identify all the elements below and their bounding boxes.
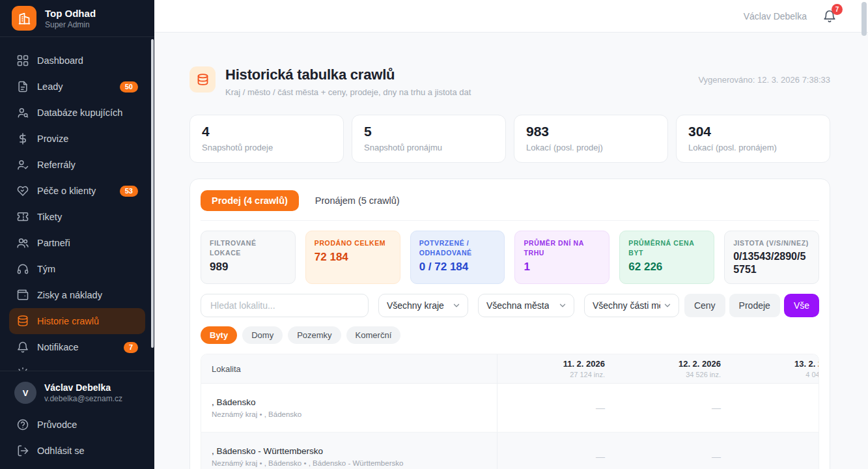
stat-box-value: 0 / 72 184 (419, 260, 496, 274)
headset-icon (16, 263, 29, 276)
column-listing-count: 27 124 inz. (570, 371, 605, 378)
sidebar-item[interactable]: Referrály (9, 152, 145, 178)
summary-card-value: 304 (688, 124, 818, 139)
category-pill[interactable]: Domy (242, 326, 283, 344)
notification-badge: 7 (832, 4, 843, 15)
notifications-button[interactable]: 7 (822, 9, 837, 23)
sidebar-footer-item[interactable]: Průvodce (9, 412, 145, 438)
column-date: 13. 2. 2026 (794, 359, 819, 369)
row-location-name: , Bádensko - Württembersko (212, 446, 486, 456)
category-pill[interactable]: Komerční (346, 326, 401, 344)
summary-card: 983 Lokací (posl. prodej) (514, 115, 668, 163)
user-name: Václav Debelka (44, 382, 122, 393)
sidebar-item-label: Databáze kupujících (37, 107, 122, 118)
column-header-lokalita[interactable]: Lokalita (201, 354, 497, 383)
generated-timestamp: Vygenerováno: 12. 3. 2026 7:38:33 (698, 75, 830, 85)
sidebar-item[interactable]: Tým (9, 256, 145, 282)
sidebar-item[interactable]: Tikety (9, 204, 145, 230)
sidebar-footer-item-label: Odhlásit se (37, 446, 85, 456)
search-input[interactable] (201, 294, 369, 317)
heart-care-icon (16, 184, 29, 197)
dollar-icon (16, 132, 29, 145)
column-header-date[interactable]: 11. 2. 2026 27 124 inz. (497, 354, 613, 383)
tab[interactable]: Prodej (4 crawlů) (201, 190, 299, 211)
category-pill[interactable]: Pozemky (288, 326, 341, 344)
filter-select[interactable]: Všechny kraje (378, 294, 468, 317)
sidebar-item-label: Tikety (37, 212, 62, 222)
row-location-path: Neznámý kraj • , Bádensko (212, 410, 486, 418)
sidebar-item-label: Notifikace (37, 342, 79, 352)
wallet-icon (16, 289, 29, 302)
sidebar-item-label: Zisky a náklady (37, 290, 102, 300)
filter-select[interactable]: Všechna města (478, 294, 574, 317)
summary-card-label: Lokací (posl. pronájem) (688, 143, 818, 152)
bell-icon (16, 341, 29, 354)
crawl-table: Lokalita 11. 2. 2026 27 124 inz. 12. 2. (201, 354, 819, 469)
user-profile[interactable]: V Václav Debelka v.debelka@seznam.cz (9, 378, 145, 412)
summary-cards: 4 Snapshotů prodeje 5 Snapshotů pronájmu… (189, 115, 830, 163)
sidebar-scrollbar[interactable] (151, 39, 154, 348)
user-email: v.debelka@seznam.cz (44, 394, 122, 403)
filter-button[interactable]: Vše (784, 294, 819, 317)
user-referral-icon (16, 158, 29, 171)
row-value-cell: — (613, 433, 729, 469)
sidebar-item[interactable]: Leady 50 (9, 74, 145, 100)
sidebar-footer-item[interactable]: Odhlásit se (9, 438, 145, 464)
sidebar-item-label: Partneři (37, 238, 70, 248)
column-listing-count: 4 043 inz. (805, 371, 819, 378)
filter-button[interactable]: Ceny (684, 294, 725, 317)
sidebar-item[interactable]: Zisky a náklady (9, 282, 145, 308)
page-header: Historická tabulka crawlů Kraj / město /… (189, 66, 830, 97)
topbar-user-name[interactable]: Václav Debelka (744, 11, 807, 21)
summary-card: 5 Snapshotů pronájmu (352, 115, 506, 163)
category-pills: Byty Domy Pozemky Komerční (201, 326, 819, 344)
stat-box: POTVRZENÉ / ODHADOVANÉ 0 / 72 184 (410, 231, 505, 284)
stat-box: FILTROVANÉ LOKACE 989 (201, 231, 296, 284)
column-header-date[interactable]: 13. 2. 2026 4 043 inz. (729, 354, 819, 383)
table-row[interactable]: , Bádensko Neznámý kraj • , Bádensko — —… (201, 384, 819, 433)
column-date: 12. 2. 2026 (679, 359, 721, 369)
row-value-cell: — (729, 384, 819, 432)
column-listing-count: 34 526 inz. (686, 371, 721, 378)
summary-card-label: Lokací (posl. prodej) (526, 143, 656, 152)
table-row[interactable]: , Bádensko - Württembersko Neznámý kraj … (201, 433, 819, 469)
summary-card-value: 5 (364, 124, 494, 139)
database-icon (189, 66, 216, 92)
filter-select[interactable]: Všechny části města (584, 294, 679, 317)
stat-box-value: 1 (524, 260, 600, 274)
sidebar-footer-item-label: Průvodce (37, 419, 77, 430)
sidebar-item[interactable]: Péče o klienty 53 (9, 178, 145, 204)
stat-box-label: PRŮMĚRNÁ CENA BYT (628, 238, 705, 258)
page-scrollbar[interactable] (861, 2, 867, 36)
chevron-down-icon (558, 301, 567, 310)
column-header-date[interactable]: 12. 2. 2026 34 526 inz. (613, 354, 729, 383)
filter-row: Všechny kraje Všechna města Všechny část… (201, 294, 819, 317)
sidebar-item-label: Provize (37, 134, 68, 144)
sidebar-nav: Dashboard Leady 50 Databáze kupujících P… (0, 37, 154, 371)
sidebar-item[interactable]: Databáze kupujících (9, 100, 145, 126)
sidebar-footer-nav: Průvodce Odhlásit se (9, 412, 145, 464)
page-content: Historická tabulka crawlů Kraj / město /… (154, 33, 868, 469)
file-document-icon (16, 80, 29, 93)
brand-role: Super Admin (45, 20, 96, 29)
sidebar-item[interactable]: Provize (9, 126, 145, 152)
ticket-icon (16, 210, 29, 223)
sidebar-item[interactable]: Partneři (9, 230, 145, 256)
stat-box-label: POTVRZENÉ / ODHADOVANÉ (419, 238, 496, 258)
summary-card: 4 Snapshotů prodeje (189, 115, 344, 163)
summary-card: 304 Lokací (posl. pronájem) (676, 115, 830, 163)
row-value-cell: — (497, 384, 613, 432)
sidebar-item[interactable] (9, 360, 145, 371)
sidebar-item[interactable]: Historie crawlů (9, 308, 145, 334)
tab[interactable]: Pronájem (5 crawlů) (304, 190, 411, 211)
category-pill[interactable]: Byty (201, 326, 237, 344)
filter-button[interactable]: Prodeje (729, 294, 780, 317)
table-body: , Bádensko Neznámý kraj • , Bádensko — —… (201, 384, 819, 469)
summary-card-label: Snapshotů pronájmu (364, 143, 494, 152)
sidebar-item[interactable]: Dashboard (9, 48, 145, 74)
stat-box: PRODÁNO CELKEM 72 184 (305, 231, 400, 284)
database-icon (16, 315, 29, 328)
sidebar-item[interactable]: Notifikace 7 (9, 334, 145, 360)
filter-selects: Všechny kraje Všechna města Všechny část… (378, 294, 679, 317)
logout-icon (16, 444, 29, 457)
